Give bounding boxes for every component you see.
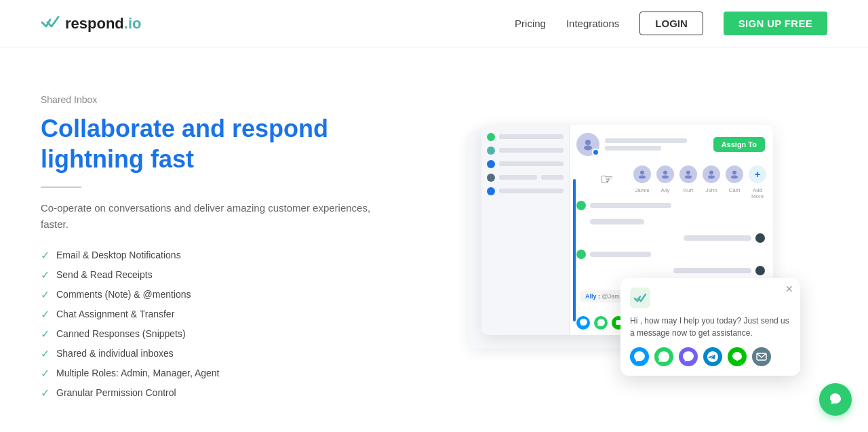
msg-avatar-green2 bbox=[576, 250, 586, 259]
check-icon: ✓ bbox=[41, 328, 50, 340]
svg-point-10 bbox=[732, 170, 736, 174]
widget-messenger-icon[interactable] bbox=[630, 347, 649, 366]
sidebar-dot-green bbox=[487, 133, 495, 141]
card-avatar bbox=[576, 133, 599, 156]
feature-text: Chat Assignment & Transfer bbox=[56, 309, 174, 319]
accent-bar bbox=[573, 179, 576, 321]
float-chat-button[interactable] bbox=[819, 383, 852, 416]
sidebar-dot-blue bbox=[487, 160, 495, 168]
widget-email-icon[interactable] bbox=[752, 347, 771, 366]
widget-message: Hi , how may I help you today? Just send… bbox=[630, 315, 791, 339]
widget-channels bbox=[630, 347, 791, 366]
assignee-avatar-2 bbox=[655, 164, 675, 184]
add-more-button[interactable]: + bbox=[747, 164, 768, 184]
whatsapp-icon bbox=[594, 316, 608, 330]
check-icon: ✓ bbox=[41, 367, 50, 380]
nav-pricing[interactable]: Pricing bbox=[515, 18, 546, 29]
widget-brand-icon bbox=[630, 288, 650, 308]
chat-message-2 bbox=[576, 217, 644, 227]
nav-integrations[interactable]: Integrations bbox=[566, 18, 619, 29]
logo: respond.io bbox=[41, 14, 141, 33]
widget-viber-icon[interactable] bbox=[679, 347, 698, 366]
sidebar-row bbox=[487, 187, 564, 195]
sidebar-row bbox=[487, 160, 564, 168]
assign-button[interactable]: Assign To bbox=[713, 137, 765, 152]
check-icon: ✓ bbox=[41, 249, 50, 262]
mention-name: Ally : bbox=[585, 293, 600, 300]
svg-point-2 bbox=[640, 170, 644, 174]
cursor-icon: ☞ bbox=[600, 171, 614, 189]
check-icon: ✓ bbox=[41, 347, 50, 360]
feature-text: Comments (Note) & @mentions bbox=[56, 289, 191, 300]
divider bbox=[41, 186, 81, 188]
msg-bubble-1 bbox=[590, 203, 671, 208]
assignee-avatar-4 bbox=[701, 164, 722, 184]
header: respond.io Pricing Integrations LOGIN SI… bbox=[0, 0, 868, 47]
widget-whatsapp-icon[interactable] bbox=[654, 347, 673, 366]
feature-item: ✓ Shared & individual inboxes bbox=[41, 347, 393, 360]
check-icon: ✓ bbox=[41, 308, 50, 321]
widget-line-icon[interactable] bbox=[728, 347, 747, 366]
chat-message-3 bbox=[684, 233, 765, 243]
feature-item: ✓ Canned Responses (Snippets) bbox=[41, 328, 393, 340]
feature-list: ✓ Email & Desktop Notifications ✓ Send &… bbox=[41, 249, 393, 399]
feature-text: Shared & individual inboxes bbox=[56, 348, 174, 359]
assignee-avatar-5 bbox=[724, 164, 745, 184]
msg-bubble-2 bbox=[590, 219, 644, 224]
svg-point-8 bbox=[709, 170, 713, 174]
feature-text: Multiple Roles: Admin, Manager, Agent bbox=[56, 368, 219, 378]
check-icon: ✓ bbox=[41, 269, 50, 281]
sidebar-row bbox=[487, 146, 564, 155]
svg-point-3 bbox=[639, 175, 646, 178]
illustration-panel: Assign To ☞ bbox=[420, 111, 827, 382]
avatar-badge bbox=[592, 149, 599, 156]
assignee-avatar-3 bbox=[678, 164, 698, 184]
hero-title: Collaborate and respond lightning fast bbox=[41, 113, 393, 174]
msg-avatar-dark2 bbox=[755, 266, 765, 275]
sidebar-dot-blue2 bbox=[487, 187, 495, 195]
sidebar-line bbox=[499, 148, 564, 153]
sidebar-row bbox=[487, 174, 564, 182]
assignee-row: + bbox=[632, 164, 768, 184]
sidebar-dot-teal bbox=[487, 146, 495, 155]
msg-bubble-4 bbox=[590, 252, 651, 257]
msg-spacer bbox=[576, 217, 586, 227]
hero-subtitle: Co-operate on conversations and deliver … bbox=[41, 200, 393, 233]
signup-button[interactable]: SIGN UP FREE bbox=[724, 12, 827, 35]
feature-item: ✓ Granular Permission Control bbox=[41, 387, 393, 399]
chat-message-1 bbox=[576, 201, 671, 210]
msg-avatar-green bbox=[576, 201, 586, 210]
card-sidebar bbox=[481, 125, 570, 335]
close-icon[interactable]: ✕ bbox=[785, 283, 793, 294]
feature-item: ✓ Multiple Roles: Admin, Manager, Agent bbox=[41, 367, 393, 380]
svg-point-7 bbox=[685, 175, 692, 178]
widget-telegram-icon[interactable] bbox=[703, 347, 722, 366]
left-panel: Shared Inbox Collaborate and respond lig… bbox=[41, 94, 393, 399]
main-content: Shared Inbox Collaborate and respond lig… bbox=[0, 47, 868, 432]
feature-item: ✓ Chat Assignment & Transfer bbox=[41, 308, 393, 321]
feature-item: ✓ Send & Read Receipts bbox=[41, 269, 393, 281]
feature-item: ✓ Comments (Note) & @mentions bbox=[41, 288, 393, 301]
feature-text: Send & Read Receipts bbox=[56, 269, 153, 280]
check-icon: ✓ bbox=[41, 387, 50, 399]
svg-point-9 bbox=[708, 175, 715, 178]
section-label: Shared Inbox bbox=[41, 94, 393, 105]
illustration: Assign To ☞ bbox=[468, 125, 780, 369]
sidebar-line bbox=[499, 161, 564, 166]
sidebar-row bbox=[487, 133, 564, 141]
nav: Pricing Integrations LOGIN SIGN UP FREE bbox=[515, 12, 827, 35]
chat-widget: ✕ Hi , how may I help you today? Just se… bbox=[620, 278, 800, 376]
feature-text: Granular Permission Control bbox=[56, 387, 176, 398]
msg-bubble-5 bbox=[673, 268, 751, 273]
svg-point-11 bbox=[731, 175, 738, 178]
svg-point-4 bbox=[663, 170, 667, 174]
sidebar-line bbox=[499, 175, 537, 180]
svg-point-5 bbox=[662, 175, 669, 178]
sidebar-line bbox=[499, 134, 564, 139]
login-button[interactable]: LOGIN bbox=[639, 12, 703, 35]
header-line-1 bbox=[605, 138, 687, 143]
chat-message-5 bbox=[673, 266, 765, 275]
feature-text: Canned Responses (Snippets) bbox=[56, 328, 186, 339]
sidebar-dot-dark bbox=[487, 174, 495, 182]
card-header: Assign To bbox=[576, 133, 765, 156]
